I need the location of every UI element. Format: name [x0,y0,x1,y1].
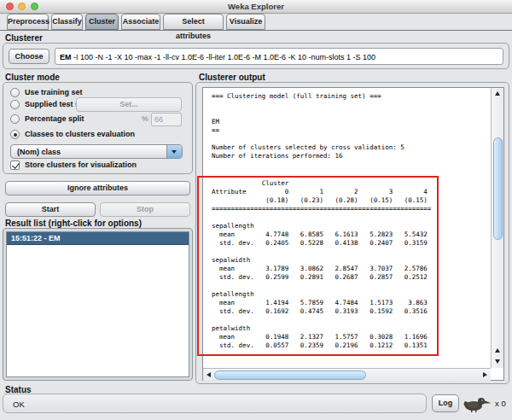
window-title: Weka Explorer [0,0,512,13]
ignore-attributes-button[interactable]: Ignore attributes [5,181,190,195]
percent-symbol: % [142,114,148,124]
output-header-text: === Clustering model (full training set)… [212,92,404,160]
chevron-down-icon [172,150,177,154]
classes-to-clusters-radio[interactable] [10,130,20,139]
title-bar: Weka Explorer [0,0,512,14]
start-button[interactable]: Start [5,202,96,217]
tab-visualize[interactable]: Visualize [226,14,265,30]
result-list-section-label: Result list (right-click for options) [5,219,142,228]
status-message: OK [13,394,25,414]
scroll-up-icon[interactable] [495,91,500,96]
percentage-split-radio[interactable] [10,114,20,124]
horizontal-scroll-thumb[interactable] [214,370,366,380]
result-list-inner: 15:51:22 - EM [6,231,189,377]
dropdown-arrow-zone[interactable] [166,145,182,158]
set-button[interactable]: Set... [76,97,182,112]
store-clusters-label: Store clusters for visualization [25,160,137,170]
scheme-name: EM [60,53,72,61]
result-list-item[interactable]: 15:51:22 - EM [7,232,189,245]
output-horizontal-scrollbar[interactable] [203,368,491,381]
weka-counter: x 0 [495,395,506,412]
scheme-options: -I 100 -N -1 -X 10 -max -1 -ll-cv 1.0E-6… [73,53,375,61]
clusterer-section-label: Clusterer [5,33,43,43]
class-dropdown-value: (Nom) class [17,145,61,159]
weka-bird-icon [463,395,492,412]
tab-cluster[interactable]: Cluster [85,14,119,30]
scroll-up-icon-bottom[interactable] [495,348,500,353]
clusterer-scheme-field[interactable]: EM -I 100 -N -1 -X 10 -max -1 -ll-cv 1.0… [55,48,503,65]
class-dropdown[interactable]: (Nom) class [10,144,183,159]
tab-preprocess[interactable]: Preprocess [7,14,49,30]
status-box: OK [3,394,427,413]
highlight-rectangle [197,176,439,356]
vertical-scroll-thumb[interactable] [493,137,503,240]
scroll-right-icon[interactable] [483,372,487,377]
store-clusters-checkbox[interactable] [10,160,20,170]
tabbar-divider [0,30,512,31]
tab-associate[interactable]: Associate [121,14,160,30]
log-button[interactable]: Log [432,394,459,412]
result-list[interactable]: 15:51:22 - EM [3,228,193,381]
use-training-set-radio[interactable] [10,88,20,97]
scroll-down-icon[interactable] [495,359,500,364]
percentage-split-label: Percentage split [25,114,84,124]
clusterer-output-section-label: Clusterer output [199,73,265,82]
percent-field[interactable] [151,113,182,126]
weka-explorer-window: Weka Explorer Preprocess Classify Cluste… [0,0,512,420]
tab-select-attributes[interactable]: Select attributes [163,14,224,30]
tab-classify[interactable]: Classify [51,14,83,30]
scroll-left-icon[interactable] [207,372,211,377]
cluster-mode-section-label: Cluster mode [5,73,60,82]
use-training-set-label: Use training set [25,88,83,97]
classes-to-clusters-label: Classes to clusters evaluation [25,130,135,139]
output-vertical-scrollbar[interactable] [491,88,503,368]
supplied-test-set-radio[interactable] [10,100,20,109]
choose-button[interactable]: Choose [9,49,49,64]
stop-button[interactable]: Stop [100,202,190,217]
